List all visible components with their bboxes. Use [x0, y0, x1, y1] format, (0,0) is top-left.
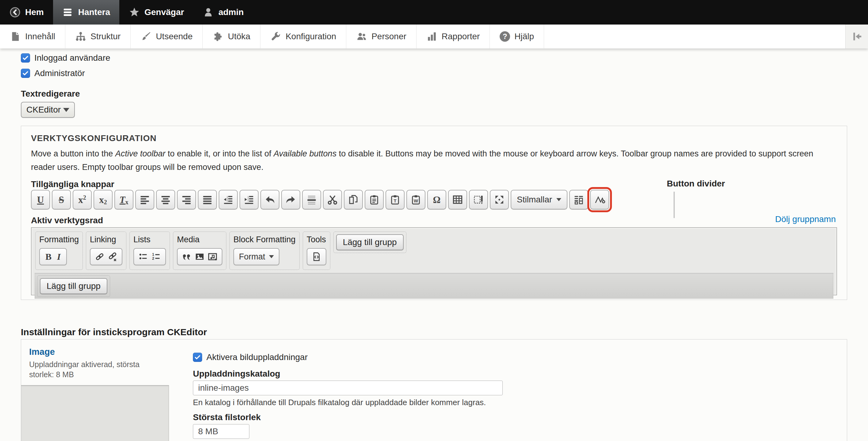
fieldset-legend: VERKTYGSKONFIGURATION	[31, 133, 837, 143]
max-filesize-input[interactable]	[193, 424, 249, 439]
group-formatting[interactable]: Formatting B I	[35, 231, 83, 270]
group-linking[interactable]: Linking	[86, 231, 126, 270]
chevron-down-icon	[63, 108, 69, 112]
hide-group-names-link[interactable]: Dölj gruppnamn	[775, 214, 836, 224]
add-group-button-top[interactable]: Lägg till grupp	[336, 234, 404, 250]
group-lists-buttons[interactable]: 12	[133, 248, 166, 265]
star-icon	[128, 6, 140, 18]
redo-button[interactable]	[281, 190, 300, 210]
svg-text:2: 2	[152, 256, 154, 261]
group-linking-buttons[interactable]	[90, 248, 122, 265]
table-button[interactable]	[448, 190, 467, 210]
administrator-checkbox[interactable]	[21, 69, 30, 78]
page-content: Inloggad användare Administratör Textred…	[0, 49, 868, 441]
authenticated-user-label: Inloggad användare	[34, 53, 111, 63]
language-button[interactable]	[569, 190, 588, 210]
menu-item-configuration[interactable]: Konfiguration	[260, 25, 346, 49]
highlighted-zigzag-button[interactable]	[590, 190, 609, 210]
drupal-media-icon[interactable]	[208, 252, 217, 261]
button-divider-label: Button divider	[667, 179, 725, 189]
menu-item-help[interactable]: ? Hjälp	[490, 25, 544, 49]
subscript-button[interactable]: x2	[94, 190, 113, 210]
image-plugin-pane: Aktivera bilduppladdningar Uppladdningsk…	[169, 340, 847, 441]
paste-text-button[interactable]: T	[385, 190, 405, 210]
menu-item-appearance[interactable]: Utseende	[131, 25, 203, 49]
max-filesize-label: Största filstorlek	[193, 412, 835, 422]
cut-icon	[327, 194, 338, 205]
outdent-button[interactable]	[219, 190, 238, 210]
button-divider-handle[interactable]	[674, 192, 675, 218]
tab-image[interactable]: Image Uppladdningar aktiverad, största s…	[21, 340, 169, 380]
link-icon[interactable]	[95, 252, 104, 261]
collapse-left-icon	[851, 30, 863, 43]
bulleted-list-icon[interactable]	[138, 252, 148, 261]
admin-bar-user[interactable]: admin	[193, 0, 253, 25]
toolbar-configuration-fieldset: VERKTYGSKONFIGURATION Move a button into…	[21, 126, 847, 300]
styles-dropdown-button[interactable]: Stilmallar	[511, 190, 567, 210]
maximize-button[interactable]	[490, 190, 509, 210]
upload-directory-input[interactable]	[193, 381, 503, 395]
superscript-button[interactable]: x2	[73, 190, 92, 210]
enable-uploads-row: Aktivera bilduppladdningar	[193, 352, 835, 362]
special-character-button[interactable]: Ω	[427, 190, 446, 210]
align-center-button[interactable]	[156, 190, 175, 210]
group-tools[interactable]: Tools	[303, 231, 330, 270]
admin-bar-home[interactable]: Hem	[0, 0, 53, 25]
source-icon[interactable]	[312, 252, 321, 261]
group-formatting-name: Formatting	[39, 235, 79, 245]
align-left-button[interactable]	[135, 190, 154, 210]
align-right-icon	[181, 194, 192, 205]
menu-item-content[interactable]: Innehåll	[0, 25, 65, 49]
admin-bar-manage[interactable]: Hantera	[53, 0, 119, 25]
justify-button[interactable]	[198, 190, 217, 210]
active-toolbar-row-1: Formatting B I Linking Lists	[32, 228, 836, 270]
menu-item-extend[interactable]: Utöka	[203, 25, 260, 49]
add-group-button-bottom[interactable]: Lägg till grupp	[40, 278, 107, 294]
add-group-wrapper-top: Lägg till grupp	[333, 231, 406, 253]
show-blocks-icon	[473, 194, 484, 205]
plugin-settings-panel: Image Uppladdningar aktiverad, största s…	[21, 339, 847, 441]
menu-item-reports[interactable]: Rapporter	[416, 25, 490, 49]
indent-button[interactable]	[240, 190, 258, 210]
menu-item-people[interactable]: Personer	[346, 25, 416, 49]
undo-button[interactable]	[260, 190, 279, 210]
group-lists[interactable]: Lists 12	[129, 231, 170, 270]
format-dropdown-button[interactable]: Format	[234, 248, 279, 265]
toolbar-orientation-toggle[interactable]	[845, 25, 868, 49]
button-divider-block: Button divider	[667, 179, 725, 218]
italic-button[interactable]: I	[56, 252, 62, 261]
menu-item-structure[interactable]: Struktur	[65, 25, 131, 49]
underline-button[interactable]: U	[31, 190, 50, 210]
group-media[interactable]: Media	[173, 231, 226, 270]
unlink-icon[interactable]	[107, 252, 118, 261]
numbered-list-icon[interactable]: 12	[151, 252, 161, 261]
hamburger-menu-icon	[62, 6, 74, 18]
cut-button[interactable]	[323, 190, 342, 210]
admin-bar-shortcuts[interactable]: Genvägar	[119, 0, 193, 25]
undo-icon	[265, 194, 275, 205]
blockquote-icon[interactable]	[182, 252, 192, 261]
group-media-buttons[interactable]	[177, 248, 222, 265]
image-icon[interactable]	[195, 252, 205, 261]
group-tools-buttons[interactable]	[307, 248, 327, 265]
copy-button[interactable]	[344, 190, 363, 210]
admin-bar-user-label: admin	[218, 7, 244, 17]
group-tools-name: Tools	[307, 235, 327, 245]
group-block-formatting[interactable]: Block Formatting Format	[229, 231, 300, 270]
menu-item-appearance-label: Utseende	[156, 32, 193, 41]
texteditor-select[interactable]: CKEditor	[21, 102, 75, 118]
group-formatting-buttons[interactable]: B I	[39, 248, 67, 265]
enable-image-uploads-checkbox[interactable]	[193, 353, 202, 362]
bold-button[interactable]: B	[44, 252, 53, 261]
show-blocks-button[interactable]	[469, 190, 488, 210]
horizontal-rule-button[interactable]	[302, 190, 321, 210]
align-right-button[interactable]	[177, 190, 196, 210]
authenticated-user-checkbox[interactable]	[21, 53, 30, 63]
bar-chart-icon	[426, 31, 437, 42]
strikethrough-button[interactable]: S	[52, 190, 71, 210]
menu-item-people-label: Personer	[371, 32, 406, 41]
paste-from-word-button[interactable]: W	[406, 190, 426, 210]
chevron-down-icon	[269, 255, 274, 258]
paste-button[interactable]	[365, 190, 384, 210]
remove-format-button[interactable]: Tx	[115, 190, 133, 210]
